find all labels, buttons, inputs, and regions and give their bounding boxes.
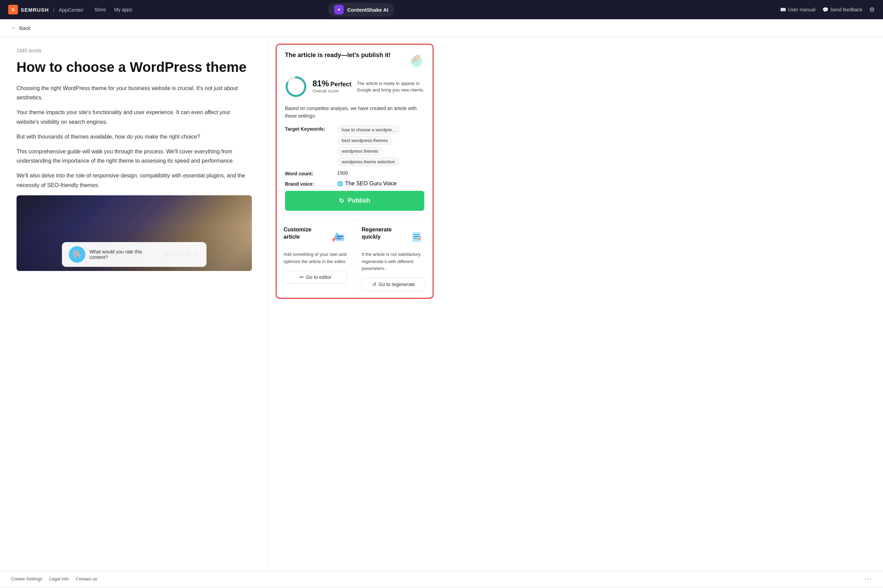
customize-article-card: Customize article Add something of your … (277, 219, 355, 298)
app-icon: ✦ (334, 5, 344, 15)
star-2[interactable]: ☆ (171, 250, 177, 259)
score-text: 81% Perfect Overall score (313, 79, 351, 95)
regenerate-card-title: Regenerate quickly (362, 226, 407, 241)
globe-icon: 🌐 (337, 181, 343, 186)
go-to-editor-button[interactable]: ✏ Go to editor (284, 271, 347, 284)
keyword-tag-0: how to choose a wordpre... (337, 126, 400, 134)
go-to-regenerate-label: Go to regenerate (379, 282, 415, 287)
publish-label: Publish (347, 197, 370, 204)
back-arrow-icon: ← (11, 25, 17, 31)
legal-info-link[interactable]: Legal Info (49, 576, 69, 582)
settings-intro: Based on competitor analysis, we have cr… (285, 105, 424, 120)
editor-icon: ✏ (300, 274, 304, 280)
keywords-list: how to choose a wordpre... best wordpres… (337, 126, 424, 166)
target-keywords-label: Target Keywords: (285, 126, 333, 132)
brand-voice-row: Brand voice: 🌐 The SEO Guru Voice (285, 180, 424, 187)
publish-button[interactable]: ↻ Publish (285, 191, 424, 211)
article-area: 1845 words How to choose a WordPress the… (0, 37, 268, 571)
score-percent: 81% (313, 79, 329, 88)
star-5[interactable]: ☆ (193, 250, 200, 259)
score-row: 81% Perfect Overall score The article is… (285, 76, 424, 98)
customize-card-desc: Add something of your own and optimize t… (284, 251, 347, 266)
back-bar[interactable]: ← Back (0, 19, 883, 37)
feedback-icon: 💬 (823, 7, 828, 12)
article-image: 🐘 What would you rate this content? ☆ ☆ … (17, 195, 252, 271)
article-paragraph-5: We'll also delve into the role of respon… (17, 171, 252, 189)
score-label: Perfect (330, 81, 351, 88)
score-description: The article is ready to appear in Google… (357, 80, 424, 93)
brand-voice-label: Brand voice: (285, 180, 333, 187)
article-title: How to choose a WordPress theme (17, 59, 252, 75)
nav-links: Store My apps (94, 7, 132, 12)
cookie-settings-link[interactable]: Cookie Settings (11, 576, 42, 582)
main-layout: 1845 words How to choose a WordPress the… (0, 37, 883, 571)
rating-widget: 🐘 What would you rate this content? ☆ ☆ … (62, 242, 206, 267)
word-count-settings-value: 1500 (337, 170, 348, 176)
my-apps-link[interactable]: My apps (114, 7, 132, 12)
customize-card-title: Customize article (284, 226, 328, 241)
top-navigation: S SEMRUSH | AppCenter Store My apps ✦ Co… (0, 0, 883, 19)
article-ready-title: The article is ready—let's publish it! (285, 52, 391, 59)
ready-hand-illustration (404, 52, 424, 69)
brand-voice-text: The SEO Guru Voice (345, 180, 396, 187)
app-name-label: ContentShake AI (347, 7, 388, 13)
regenerate-card: Regenerate quickly If the article is not… (355, 219, 433, 298)
contact-us-link[interactable]: Contact us (76, 576, 97, 582)
article-ready-section: The article is ready—let's publish it! (277, 45, 433, 219)
cards-section: Customize article Add something of your … (277, 219, 433, 298)
send-feedback-link[interactable]: 💬 Send feedback (823, 7, 862, 12)
customize-card-header: Customize article (284, 226, 347, 247)
user-manual-label: User manual (788, 7, 815, 12)
brand-voice-value: 🌐 The SEO Guru Voice (337, 180, 396, 187)
customize-illustration (328, 226, 347, 247)
regenerate-illustration (407, 226, 426, 247)
regenerate-card-header: Regenerate quickly (362, 226, 426, 247)
footer: Cookie Settings Legal Info Contact us ··… (0, 571, 883, 586)
nav-right-actions: 📖 User manual 💬 Send feedback ⚙ (780, 6, 875, 14)
app-switcher[interactable]: ✦ ContentShake AI (328, 3, 394, 16)
article-paragraph-1: Choosing the right WordPress theme for y… (17, 84, 252, 102)
word-count: 1845 words (17, 48, 252, 53)
article-paragraph-2: Your theme impacts your site's functiona… (17, 108, 252, 126)
rating-text: What would you rate this content? (89, 249, 159, 260)
footer-more-icon[interactable]: ··· (865, 575, 872, 582)
settings-icon[interactable]: ⚙ (869, 6, 875, 14)
publish-icon: ↻ (339, 197, 344, 205)
appcenter-label: AppCenter (59, 7, 84, 13)
svg-rect-4 (337, 236, 343, 237)
regenerate-card-desc: If the article is not satisfactory regen… (362, 251, 426, 272)
semrush-icon: S (8, 5, 18, 15)
score-circle-svg (285, 76, 307, 98)
send-feedback-label: Send feedback (830, 7, 862, 12)
star-3[interactable]: ☆ (178, 250, 185, 259)
svg-rect-5 (337, 238, 341, 238)
store-link[interactable]: Store (94, 7, 106, 12)
brand-logo[interactable]: S SEMRUSH | AppCenter (8, 5, 83, 15)
star-1[interactable]: ☆ (163, 250, 169, 259)
star-4[interactable]: ☆ (186, 250, 192, 259)
user-manual-link[interactable]: 📖 User manual (780, 7, 815, 12)
keyword-tag-2: wordpress themes (337, 147, 383, 155)
article-body: Choosing the right WordPress theme for y… (17, 84, 252, 190)
brand-name: SEMRUSH (21, 7, 49, 13)
article-ready-header: The article is ready—let's publish it! (285, 52, 424, 69)
score-circle-container (285, 76, 307, 98)
article-paragraph-3: But with thousands of themes available, … (17, 132, 252, 141)
score-sublabel: Overall score (313, 88, 351, 93)
rating-mascot: 🐘 (69, 246, 85, 263)
keyword-tag-3: wordpress theme selection (337, 158, 400, 166)
rating-stars[interactable]: ☆ ☆ ☆ ☆ ☆ (163, 250, 200, 259)
article-paragraph-4: This comprehensive guide will walk you t… (17, 147, 252, 165)
go-to-regenerate-button[interactable]: ↺ Go to regenerate (362, 278, 426, 291)
sidebar-panel: The article is ready—let's publish it! (276, 44, 433, 299)
brand-divider: | (53, 6, 54, 13)
word-count-row: Word count: 1500 (285, 170, 424, 176)
word-count-settings-label: Word count: (285, 170, 333, 176)
right-sidebar: The article is ready—let's publish it! (268, 37, 441, 571)
score-desc-text: The article is ready to appear in Google… (357, 80, 424, 93)
target-keywords-row: Target Keywords: how to choose a wordpre… (285, 126, 424, 166)
back-label: Back (19, 25, 31, 31)
keyword-tag-1: best wordpress themes (337, 136, 392, 145)
go-to-editor-label: Go to editor (306, 274, 331, 280)
book-icon: 📖 (780, 7, 786, 12)
